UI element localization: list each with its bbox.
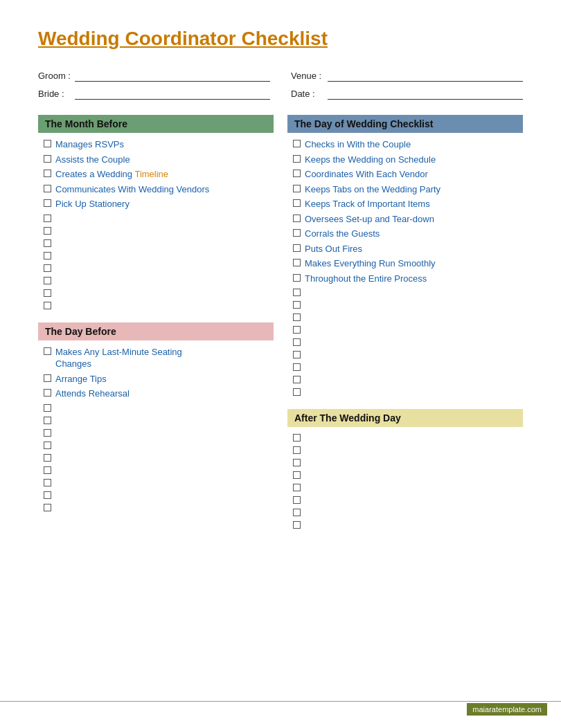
list-item: Puts Out Fires (287, 242, 523, 257)
list-item (287, 348, 523, 361)
checkbox-icon[interactable] (293, 388, 301, 396)
checkbox-icon[interactable] (44, 252, 51, 260)
checkbox-icon[interactable] (293, 199, 301, 207)
checkbox-icon[interactable] (44, 374, 51, 382)
checkbox-icon[interactable] (44, 239, 51, 247)
item-text: Arrange Tips (55, 373, 268, 385)
checkbox-icon[interactable] (293, 259, 301, 266)
checkbox-icon[interactable] (44, 466, 51, 474)
item-text: Coordinates With Each Vendor (305, 168, 517, 181)
date-label: Date : (291, 89, 324, 99)
list-item (287, 336, 523, 348)
item-text: Communicates With Wedding Vendors (55, 183, 268, 196)
checkbox-icon[interactable] (293, 313, 301, 321)
checkbox-icon[interactable] (293, 434, 301, 442)
left-column: The Month Before Manages RSVPs Assists t… (38, 115, 274, 525)
checkbox-icon[interactable] (44, 442, 51, 449)
checkbox-icon[interactable] (293, 338, 301, 346)
date-field: Date : (291, 87, 523, 100)
list-item (38, 426, 274, 439)
day-of-header: The Day of Wedding Checklist (287, 115, 523, 133)
checkbox-icon[interactable] (44, 215, 51, 222)
checkbox-icon[interactable] (44, 347, 51, 355)
checkbox-icon[interactable] (293, 244, 301, 252)
list-item (38, 224, 274, 237)
list-item (287, 506, 523, 518)
list-item (38, 501, 274, 513)
checkbox-icon[interactable] (44, 185, 51, 192)
venue-label: Venue : (291, 71, 324, 81)
checkbox-icon[interactable] (44, 170, 51, 177)
checkbox-icon[interactable] (293, 459, 301, 466)
item-text: Makes Any Last-Minute SeatingChanges (55, 346, 268, 370)
list-item: Keeps Track of Important Items (287, 197, 523, 212)
list-item: Makes Any Last-Minute SeatingChanges (38, 345, 274, 372)
checkbox-icon[interactable] (293, 185, 301, 192)
checkbox-icon[interactable] (293, 351, 301, 358)
list-item (287, 361, 523, 373)
checkbox-icon[interactable] (293, 274, 301, 282)
checkbox-icon[interactable] (44, 389, 51, 397)
date-input[interactable] (328, 87, 523, 100)
bride-input[interactable] (75, 87, 270, 100)
checkbox-icon[interactable] (293, 140, 301, 147)
venue-field: Venue : (291, 69, 523, 82)
venue-input[interactable] (328, 69, 523, 82)
checkbox-icon[interactable] (44, 140, 51, 147)
footer-brand: maiaratemplate.com (467, 703, 547, 716)
checkbox-icon[interactable] (44, 429, 51, 437)
list-item (287, 311, 523, 323)
right-column: The Day of Wedding Checklist Checks in W… (287, 115, 523, 542)
checkbox-icon[interactable] (44, 479, 51, 486)
checkbox-icon[interactable] (293, 301, 301, 309)
list-item (287, 518, 523, 531)
list-item (38, 262, 274, 274)
after-wedding-header: After The Wedding Day (287, 409, 523, 427)
fields-row-1: Groom : Venue : (38, 69, 523, 82)
checkbox-icon[interactable] (44, 302, 51, 309)
checkbox-icon[interactable] (44, 491, 51, 499)
checkbox-icon[interactable] (293, 155, 301, 163)
checkbox-icon[interactable] (44, 417, 51, 424)
footer-line (0, 701, 561, 702)
list-item (287, 468, 523, 481)
list-item (38, 212, 274, 224)
checkbox-icon[interactable] (293, 215, 301, 222)
list-item (287, 431, 523, 444)
checkbox-icon[interactable] (44, 155, 51, 163)
checkbox-icon[interactable] (293, 363, 301, 371)
checkbox-icon[interactable] (44, 199, 51, 207)
item-text: Creates a Wedding Timeline (55, 168, 268, 181)
checkbox-icon[interactable] (293, 446, 301, 454)
checkbox-icon[interactable] (44, 454, 51, 462)
list-item: Assists the Couple (38, 152, 274, 167)
checkbox-icon[interactable] (293, 326, 301, 334)
checkbox-icon[interactable] (293, 289, 301, 296)
list-item: Makes Everything Run Smoothly (287, 256, 523, 271)
list-item (38, 489, 274, 501)
checkbox-icon[interactable] (293, 376, 301, 383)
checkbox-icon[interactable] (293, 471, 301, 479)
list-item (38, 439, 274, 451)
list-item: Arrange Tips (38, 372, 274, 387)
checkbox-icon[interactable] (44, 504, 51, 511)
list-item: Attends Rehearsal (38, 386, 274, 401)
list-item: Corrals the Guests (287, 226, 523, 242)
checkbox-icon[interactable] (44, 404, 51, 412)
checkbox-icon[interactable] (293, 496, 301, 504)
checkbox-icon[interactable] (44, 264, 51, 272)
checkbox-icon[interactable] (44, 227, 51, 235)
checkbox-icon[interactable] (293, 229, 301, 237)
item-text: Assists the Couple (55, 154, 268, 166)
groom-input[interactable] (75, 69, 270, 82)
checkbox-icon[interactable] (293, 521, 301, 529)
item-text: Puts Out Fires (305, 243, 517, 255)
page-title: Wedding Coordinator Checklist (38, 28, 523, 50)
checkbox-icon[interactable] (293, 170, 301, 177)
fields-row-2: Bride : Date : (38, 87, 523, 100)
checkbox-icon[interactable] (293, 484, 301, 491)
checkbox-icon[interactable] (44, 277, 51, 284)
checkbox-icon[interactable] (44, 289, 51, 297)
checkbox-icon[interactable] (293, 509, 301, 516)
list-item (287, 444, 523, 456)
